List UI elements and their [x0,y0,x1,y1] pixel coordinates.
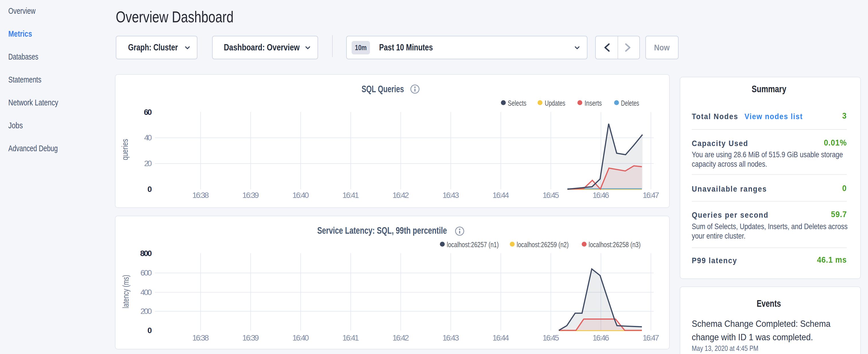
svg-text:200: 200 [141,307,152,316]
svg-text:600: 600 [141,268,152,277]
svg-text:16:44: 16:44 [493,191,509,200]
svg-text:16:42: 16:42 [392,333,409,342]
svg-text:16:38: 16:38 [192,191,209,200]
svg-text:20: 20 [144,159,152,168]
svg-text:0: 0 [147,185,152,194]
svg-text:16:46: 16:46 [593,333,609,342]
svg-text:16:38: 16:38 [192,333,209,342]
svg-text:16:47: 16:47 [643,333,659,342]
svg-text:16:40: 16:40 [292,191,309,200]
svg-text:16:46: 16:46 [593,191,609,200]
svg-text:16:41: 16:41 [342,333,359,342]
svg-text:16:39: 16:39 [242,333,259,342]
svg-text:16:45: 16:45 [542,333,559,342]
svg-text:16:43: 16:43 [442,333,459,342]
svg-text:400: 400 [141,288,152,297]
svg-text:16:43: 16:43 [442,191,459,200]
svg-text:16:45: 16:45 [542,191,559,200]
svg-text:16:41: 16:41 [342,191,359,200]
svg-text:0: 0 [147,326,152,335]
svg-text:60: 60 [144,108,152,117]
svg-text:40: 40 [144,133,152,142]
svg-text:800: 800 [140,249,152,258]
svg-text:latency (ms): latency (ms) [121,275,130,309]
svg-text:16:42: 16:42 [392,191,409,200]
svg-text:16:47: 16:47 [643,191,659,200]
svg-text:queries: queries [120,139,129,160]
svg-text:16:40: 16:40 [292,333,309,342]
svg-text:16:44: 16:44 [493,333,509,342]
svg-text:16:39: 16:39 [242,191,259,200]
